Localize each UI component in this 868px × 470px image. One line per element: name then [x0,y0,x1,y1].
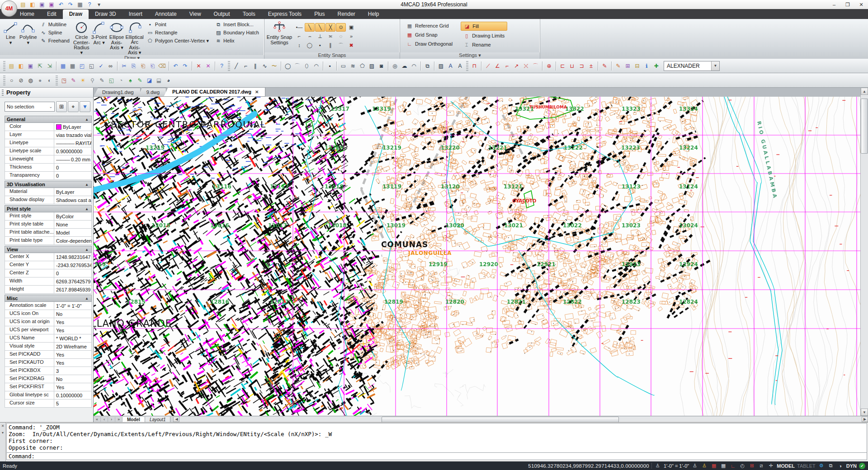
snap-intersection-icon[interactable]: ╳ [326,23,335,32]
dim-linear-icon[interactable]: ⊓ [470,61,479,70]
redo-icon[interactable]: ↷ [66,1,75,9]
close-tab-icon[interactable]: ✕ [255,89,259,94]
property-row[interactable]: Thickness0 [5,164,92,172]
snap-perpendicular-icon[interactable]: ⊥ [315,32,325,41]
save-as-icon[interactable]: ▣ [47,1,56,9]
helix-icon[interactable]: ≋ [349,61,357,70]
select-new-icon[interactable]: ⊞ [56,101,67,112]
close-button[interactable]: ✕ [854,0,868,9]
spline-icon[interactable]: ∿ [260,61,269,70]
status-ok-icon[interactable]: ✔ [859,463,865,469]
sketch-icon[interactable]: 〜 [270,61,278,70]
elliptical-arc-icon[interactable]: ◠ [312,61,321,70]
rename-button[interactable]: ⌶Rename [461,41,507,49]
draw-orthogonal-button[interactable]: ∟Draw Orthogonal [404,40,455,48]
snap-clear-all-icon[interactable]: ✖ [346,41,356,50]
settings-gear-icon[interactable]: ⚙ [818,462,825,469]
vertical-scrollbar[interactable]: ▲ ▼ [860,88,868,416]
visual-2d-wireframe-icon[interactable]: ○ [7,76,16,85]
vertical-scroll-thumb[interactable] [861,99,868,154]
ribbon-tab-tools[interactable]: Tools [236,9,262,19]
map-canvas[interactable] [94,97,861,416]
foliage-edit-icon[interactable]: ✎ [136,76,144,85]
dim-leader-icon[interactable]: ↗ [512,61,521,70]
lwt-icon[interactable]: ✛ [767,462,774,469]
section-header-misc[interactable]: Misc▲ [5,295,92,302]
draw-spline-button[interactable]: ∿Spline [39,29,71,36]
plot-icon[interactable]: ▦ [59,61,67,70]
snap-node-icon[interactable]: ↕ [294,41,304,50]
ribbon-tab-help[interactable]: Help [362,9,386,19]
panel-label-settings[interactable]: Settings ▾ [400,52,540,59]
grid-display-icon[interactable]: ▦ [720,462,727,469]
property-row[interactable]: Shadow displayShadows cast and... [5,196,92,204]
render-window-icon[interactable]: ◱ [107,76,116,85]
property-row[interactable]: Set PICKDRAGNo [5,375,92,383]
paste-special-icon[interactable]: ⎗ [148,61,157,70]
new-light-icon[interactable]: ⚲ [88,76,97,85]
doc-tab-9-dwg[interactable]: 9.dwg [138,88,166,97]
ribbon-tab-render[interactable]: Render [331,9,361,19]
tab-first-icon[interactable]: « [94,417,101,422]
grid-snap-icon[interactable]: ▦ [710,462,717,469]
command-input[interactable]: Command: [6,452,867,460]
region-icon[interactable]: ◙ [377,61,386,70]
redo-icon[interactable]: ↷ [181,61,189,70]
sun-properties-icon[interactable]: ☀ [79,76,87,85]
dim-aligned-icon[interactable]: ⟋ [484,61,492,70]
ribbon-tab-view[interactable]: View [183,9,208,19]
draw-freehand-button[interactable]: ✎Freehand [39,37,71,44]
property-row[interactable]: Print table typeColor-dependent p... [5,237,92,245]
command-history[interactable]: Command: '_ZOOM Zoom: In/Out/All/Center/… [6,423,867,453]
toolbar-drag-handle[interactable] [466,61,468,71]
ribbon-tab-output[interactable]: Output [208,9,236,19]
copy-icon[interactable]: ⎘ [129,61,138,70]
selection-dropdown[interactable]: No selection ⌄ [5,102,55,112]
property-row[interactable]: UCS icon at originYes [5,318,92,326]
property-row[interactable]: Set PICKFIRSTYes [5,383,92,391]
donut-icon[interactable]: ◎ [391,61,399,70]
property-row[interactable]: Center Y-2343.92769534 [5,261,92,269]
save-icon[interactable]: ▣ [38,1,46,9]
circle-icon[interactable]: ◯ [283,61,292,70]
ribbon-tab-home[interactable]: Home [14,9,41,19]
import-acis-icon[interactable]: ⇲ [45,61,54,70]
property-row[interactable]: Width6269.37642579 [5,277,92,286]
snap-tangent-icon[interactable]: ⌒ [336,41,346,50]
snap-corner-icon[interactable]: ⌐ [294,32,304,41]
polar-icon[interactable]: ◴ [739,462,746,469]
hatch-icon[interactable]: ▨ [437,61,445,70]
dimstyle-new-icon[interactable]: ✚ [652,61,660,70]
undo-icon[interactable]: ↶ [57,1,65,9]
doc-tab-plano-de-calderon-2017-dwg[interactable]: PLANO DE CALDERON 2017.dwg✕ [164,87,265,97]
section-header-3d-visualisation[interactable]: 3D Visualisation▲ [5,181,92,188]
dyn-toggle[interactable]: DYN [846,463,857,469]
expand-command-icon[interactable]: ▾ [2,431,4,435]
horizontal-scrollbar[interactable]: ◀ ▶ [173,417,868,423]
dimstyle-override-icon[interactable]: ⊟ [633,61,642,70]
draw-circle-button[interactable]: CircleCenter-Radius ▾ [73,20,90,55]
revision-cloud-icon[interactable]: ☁ [400,61,409,70]
property-row[interactable]: Annotation scale1'-0" = 1'-0" [5,302,92,310]
minimize-button[interactable]: – [827,0,841,9]
print-preview-icon[interactable]: ◰ [78,61,86,70]
render-ball-icon[interactable]: ◕ [164,76,173,85]
ribbon-tab-insert[interactable]: Insert [123,9,149,19]
dim-angular-icon[interactable]: ∠ [493,61,502,70]
ribbon-tab-draw-3d[interactable]: Draw 3D [89,9,123,19]
ribbon-tab-annotate[interactable]: Annotate [149,9,183,19]
render-cloud-icon[interactable]: ◔ [117,76,125,85]
chevron-down-icon[interactable]: ▼ [711,61,719,70]
draw-point-button[interactable]: ▪Point [146,21,210,28]
help-icon[interactable]: ? [217,61,226,70]
property-row[interactable]: UCS icon OnNo [5,310,92,318]
dim-edit-icon[interactable]: ✎ [600,61,609,70]
annotation-visibility-icon[interactable]: ♙ [691,462,698,469]
light-list-icon[interactable]: ✎ [98,76,106,85]
line-icon[interactable]: ╱ [232,61,241,70]
ribbon-tab-draw[interactable]: Draw [63,9,89,19]
property-row[interactable]: Print style tableNone [5,221,92,229]
visual-gouraud-icon[interactable]: ◍ [26,76,35,85]
property-row[interactable]: Set PICKADDYes [5,351,92,359]
layout1-tab[interactable]: Layout1 [145,417,171,423]
